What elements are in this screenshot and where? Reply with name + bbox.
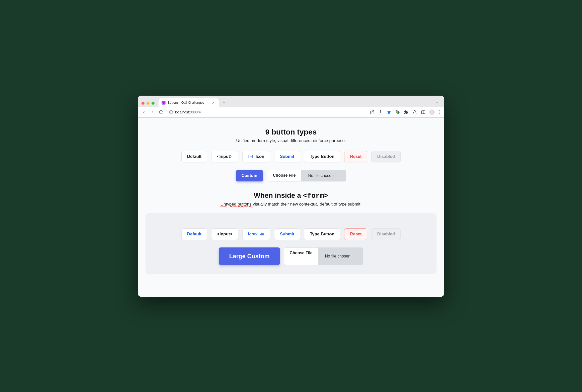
reset-button[interactable]: Reset	[344, 151, 367, 162]
icon-button-label: Icon	[256, 154, 264, 159]
large-custom-button[interactable]: Large Custom	[219, 247, 280, 265]
bookmark-star-icon[interactable]	[387, 110, 392, 115]
tab-title: Buttons | GUI Challenges	[168, 101, 209, 104]
extensions-puzzle-icon[interactable]	[404, 110, 409, 115]
tabs-menu-button[interactable]	[435, 101, 439, 105]
disabled-button: Disabled	[371, 151, 401, 162]
section-subtitle: Untyped buttons visually match their new…	[145, 202, 436, 207]
choose-file-button[interactable]: Choose File	[267, 170, 301, 181]
tab-strip: 😈 Buttons | GUI Challenges ✕ +	[138, 96, 444, 107]
icon-button[interactable]: Icon	[242, 151, 270, 162]
labs-flask-icon[interactable]	[412, 110, 417, 115]
type-button[interactable]: Type Button	[304, 151, 340, 162]
new-tab-button[interactable]: +	[221, 100, 228, 107]
default-button[interactable]: Default	[181, 151, 207, 162]
form-icon-button[interactable]: Icon	[242, 228, 270, 240]
button-row-1: Default <input> Icon Submit Type Button …	[145, 151, 436, 162]
section-title: When inside a <form>	[145, 191, 436, 200]
cloud-icon	[259, 232, 264, 237]
browser-chrome: 😈 Buttons | GUI Challenges ✕ +	[138, 96, 444, 118]
form-submit-button[interactable]: Submit	[274, 228, 300, 240]
profile-avatar[interactable]	[429, 109, 435, 115]
page-content: 9 button types Unified modern style, vis…	[138, 118, 444, 297]
extension-pencil-icon[interactable]	[395, 110, 400, 115]
form-button-row-2: Large Custom Choose File No file chosen	[151, 247, 431, 265]
section-title: 9 button types	[145, 128, 436, 136]
form-button-row-1: Default <input> Icon Submit Type Button …	[151, 228, 431, 240]
input-button[interactable]: <input>	[211, 151, 238, 162]
close-window-button[interactable]	[141, 102, 144, 105]
svg-line-3	[372, 110, 374, 112]
form-file-status-label: No file chosen	[318, 247, 363, 265]
file-status-label: No file chosen	[301, 170, 346, 181]
window-controls	[141, 102, 157, 107]
close-tab-button[interactable]: ✕	[211, 101, 216, 105]
form-reset-button[interactable]: Reset	[344, 228, 367, 240]
browser-tab[interactable]: 😈 Buttons | GUI Challenges ✕	[159, 98, 219, 107]
svg-rect-6	[421, 111, 425, 114]
browser-toolbar: localhost:3000/#	[138, 107, 444, 117]
form-disabled-button: Disabled	[371, 228, 401, 240]
tab-favicon-icon: 😈	[162, 101, 166, 105]
site-info-icon[interactable]	[169, 110, 173, 114]
form-panel: Default <input> Icon Submit Type Button …	[145, 213, 436, 274]
url-text: localhost:3000/#	[175, 110, 201, 114]
mail-icon	[248, 154, 253, 159]
form-choose-file-button[interactable]: Choose File	[284, 247, 318, 265]
custom-button[interactable]: Custom	[236, 170, 263, 181]
form-icon-button-label: Icon	[248, 232, 257, 237]
button-row-2: Custom Choose File No file chosen	[145, 170, 436, 181]
toolbar-actions	[370, 109, 441, 115]
section-subtitle: Unified modern style, visual differences…	[145, 138, 436, 143]
form-file-input[interactable]: Choose File No file chosen	[284, 247, 363, 265]
side-panel-icon[interactable]	[421, 110, 426, 115]
browser-window: 😈 Buttons | GUI Challenges ✕ +	[138, 96, 444, 297]
section-inside-form: When inside a <form> Untyped buttons vis…	[145, 191, 436, 274]
reload-button[interactable]	[158, 109, 164, 115]
file-input[interactable]: Choose File No file chosen	[267, 170, 346, 181]
browser-menu-button[interactable]	[438, 110, 440, 114]
open-external-icon[interactable]	[370, 110, 375, 115]
submit-button[interactable]: Submit	[274, 151, 300, 162]
back-button[interactable]	[141, 109, 147, 115]
maximize-window-button[interactable]	[152, 102, 155, 105]
svg-marker-5	[387, 110, 391, 114]
section-button-types: 9 button types Unified modern style, vis…	[145, 128, 436, 181]
form-type-button[interactable]: Type Button	[304, 228, 340, 240]
share-icon[interactable]	[378, 110, 383, 115]
form-default-button[interactable]: Default	[181, 228, 207, 240]
forward-button[interactable]	[150, 109, 156, 115]
address-bar[interactable]: localhost:3000/#	[167, 109, 367, 115]
form-input-button[interactable]: <input>	[211, 228, 238, 240]
minimize-window-button[interactable]	[147, 102, 150, 105]
